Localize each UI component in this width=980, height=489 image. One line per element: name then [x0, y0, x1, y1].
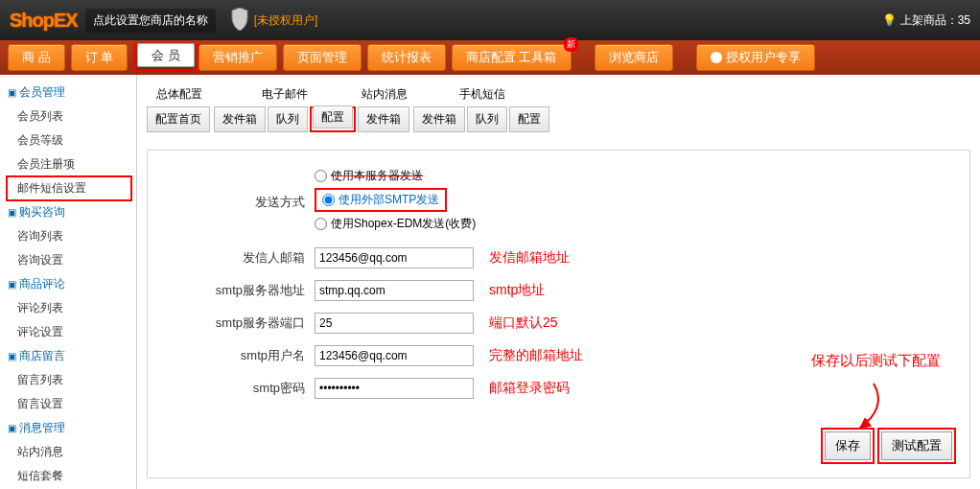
nav-browse[interactable]: 浏览商店 [595, 44, 673, 71]
subbtn-cfg-home[interactable]: 配置首页 [147, 106, 210, 132]
radio-smtp-input[interactable] [322, 192, 335, 208]
annot-save-test: 保存以后测试下配置 [811, 352, 941, 370]
sidebar-group-member-mgmt[interactable]: 会员管理 [0, 81, 136, 105]
content-area: 总体配置 配置首页 电子邮件 发件箱 队列 配置 站内消息 发件箱 [137, 75, 980, 489]
subtab-hdr-sms: 手机短信 [413, 82, 551, 106]
input-smtp-port[interactable] [315, 313, 474, 334]
subbtn-email-cfg[interactable]: 配置 [313, 105, 353, 128]
annot-smtp-user: 完整的邮箱地址 [489, 347, 583, 364]
sidebar-item-member-list[interactable]: 会员列表 [0, 105, 136, 128]
annot-smtp-port: 端口默认25 [489, 314, 558, 332]
sidebar-item-msg-cfg[interactable]: 留言设置 [0, 392, 136, 416]
shield-icon [230, 8, 254, 34]
sidebar: 会员管理 会员列表 会员等级 会员注册项 邮件短信设置 购买咨询 咨询列表 咨询… [0, 75, 137, 489]
new-badge: 新 [564, 37, 578, 52]
nav-store-config-label: 商店配置 工具箱 [466, 50, 557, 64]
label-smtp-port: smtp服务器端口 [161, 314, 315, 332]
label-smtp-user: smtp用户名 [161, 347, 315, 364]
bulb-icon: 💡 [882, 13, 897, 27]
subbtn-sms-outbox[interactable]: 发件箱 [413, 106, 465, 132]
logo: ShopEX [10, 10, 78, 32]
auth-status: [未授权用户] [254, 12, 318, 29]
nav-page[interactable]: 页面管理 [283, 44, 362, 71]
radio-edm[interactable]: 使用Shopex-EDM发送(收费) [315, 216, 476, 232]
radio-smtp-label: 使用外部SMTP发送 [338, 192, 439, 208]
main-area: 会员管理 会员列表 会员等级 会员注册项 邮件短信设置 购买咨询 咨询列表 咨询… [0, 75, 980, 489]
nav-user-label: 授权用户专享 [726, 49, 801, 66]
user-icon [711, 52, 722, 63]
input-smtp-pass[interactable] [315, 378, 474, 399]
header-bar: ShopEX 点此设置您商店的名称 [未授权用户] 💡 上架商品：35 [0, 0, 980, 40]
annot-smtp-pass: 邮箱登录密码 [489, 380, 570, 397]
sidebar-item-member-level[interactable]: 会员等级 [0, 128, 136, 152]
nav-stats[interactable]: 统计报表 [367, 44, 446, 71]
subtabs: 总体配置 配置首页 电子邮件 发件箱 队列 配置 站内消息 发件箱 [147, 82, 970, 132]
form-card: 发送方式 使用本服务器发送 使用外部SMTP发送 使用Shopex-EDM发送(… [147, 150, 970, 478]
main-nav: 商 品 订 单 会 员 营销推广 页面管理 统计报表 商店配置 工具箱 新 浏览… [0, 40, 980, 75]
nav-members[interactable]: 会 员 [137, 43, 195, 67]
sidebar-item-sms[interactable]: 短信套餐 [0, 464, 136, 488]
input-sender[interactable] [315, 247, 474, 268]
store-name[interactable]: 点此设置您商店的名称 [85, 9, 216, 33]
sidebar-item-mail-sms[interactable]: 邮件短信设置 [6, 175, 132, 201]
sidebar-item-msg-list[interactable]: 留言列表 [0, 368, 136, 392]
sidebar-item-member-reg[interactable]: 会员注册项 [0, 152, 136, 176]
radio-edm-label: 使用Shopex-EDM发送(收费) [331, 216, 476, 232]
radio-local-label: 使用本服务器发送 [331, 168, 423, 184]
arrow-icon [835, 379, 893, 436]
label-send-method: 发送方式 [161, 194, 315, 211]
radio-local-server[interactable]: 使用本服务器发送 [315, 168, 476, 184]
nav-user[interactable]: 授权用户专享 [696, 44, 815, 71]
annot-smtp-host: smtp地址 [489, 282, 545, 299]
sidebar-group-review[interactable]: 商品评论 [0, 272, 136, 296]
highlight-email-cfg: 配置 [310, 106, 356, 132]
nav-orders[interactable]: 订 单 [71, 44, 128, 71]
subbtn-sms-cfg[interactable]: 配置 [509, 106, 549, 132]
nav-store-config[interactable]: 商店配置 工具箱 新 [452, 44, 572, 71]
shelf-count: 上架商品：35 [900, 12, 970, 29]
subtab-hdr-email: 电子邮件 [214, 82, 356, 106]
sidebar-item-review-list[interactable]: 评论列表 [0, 296, 136, 320]
sidebar-group-notice[interactable]: 消息管理 [0, 416, 136, 440]
sidebar-item-inbox[interactable]: 站内消息 [0, 440, 136, 464]
subtab-hdr-onsite: 站内消息 [358, 82, 411, 106]
label-smtp-host: smtp服务器地址 [161, 282, 315, 299]
subbtn-email-outbox[interactable]: 发件箱 [214, 106, 266, 132]
sidebar-item-consult-list[interactable]: 咨询列表 [0, 224, 136, 248]
sidebar-group-msg[interactable]: 商店留言 [0, 344, 136, 368]
label-sender: 发信人邮箱 [161, 249, 315, 267]
subbtn-onsite-outbox[interactable]: 发件箱 [358, 106, 409, 132]
input-smtp-host[interactable] [315, 280, 474, 301]
sidebar-group-consult[interactable]: 购买咨询 [0, 200, 136, 224]
input-smtp-user[interactable] [315, 345, 474, 366]
sidebar-item-consult-cfg[interactable]: 咨询设置 [0, 248, 136, 272]
subtab-hdr-general: 总体配置 [147, 82, 212, 106]
sidebar-item-review-cfg[interactable]: 评论设置 [0, 320, 136, 344]
nav-products[interactable]: 商 品 [8, 44, 65, 71]
subbtn-sms-queue[interactable]: 队列 [467, 106, 507, 132]
label-smtp-pass: smtp密码 [161, 380, 315, 397]
highlight-smtp-radio: 使用外部SMTP发送 [315, 188, 447, 212]
subbtn-email-queue[interactable]: 队列 [268, 106, 308, 132]
radio-edm-input[interactable] [315, 218, 327, 230]
annot-sender: 发信邮箱地址 [489, 249, 570, 267]
radio-local-input[interactable] [315, 170, 327, 182]
nav-marketing[interactable]: 营销推广 [198, 44, 277, 71]
highlight-member-tab: 会 员 [133, 44, 198, 72]
